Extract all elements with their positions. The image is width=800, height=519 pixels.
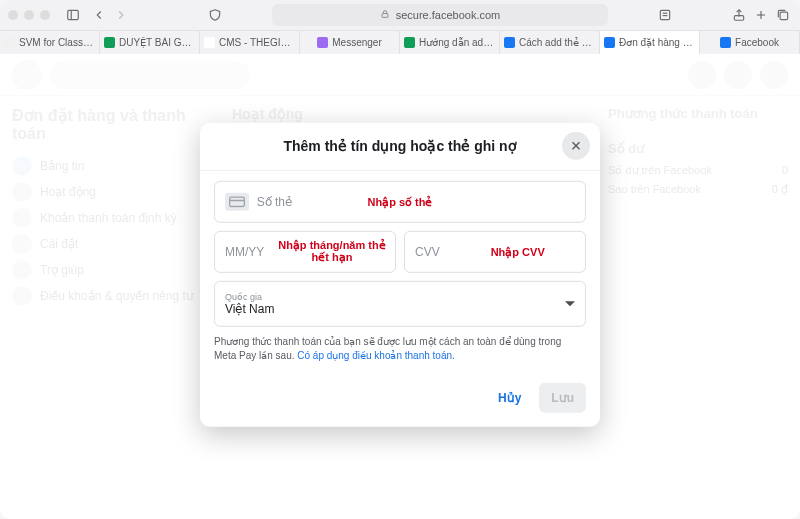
forward-icon[interactable] bbox=[112, 6, 130, 24]
browser-tab[interactable]: Hướng dẫn add thẻ vi… bbox=[400, 31, 500, 54]
tab-label: Messenger bbox=[332, 37, 381, 48]
lock-icon bbox=[380, 9, 390, 21]
country-select[interactable]: Quốc gia Việt Nam bbox=[214, 280, 586, 326]
favicon-icon bbox=[104, 37, 115, 48]
favicon-icon bbox=[604, 37, 615, 48]
favicon-icon bbox=[404, 37, 415, 48]
browser-tab[interactable]: Facebook bbox=[700, 31, 800, 54]
favicon-icon bbox=[204, 37, 215, 48]
card-number-input[interactable] bbox=[257, 194, 575, 208]
browser-tab[interactable]: Messenger bbox=[300, 31, 400, 54]
traffic-max[interactable] bbox=[40, 10, 50, 20]
legal-text: Phương thức thanh toán của bạn sẽ được l… bbox=[214, 334, 586, 362]
browser-tab[interactable]: CMS - THEGIOIDIDO… bbox=[200, 31, 300, 54]
browser-tab[interactable]: Cách add thẻ vào tài… bbox=[500, 31, 600, 54]
card-number-field[interactable]: Nhập số thẻ bbox=[214, 180, 586, 222]
tab-label: Cách add thẻ vào tài… bbox=[519, 37, 595, 48]
svg-rect-9 bbox=[780, 12, 788, 20]
share-icon[interactable] bbox=[730, 6, 748, 24]
favicon-icon bbox=[317, 37, 328, 48]
favicon-icon bbox=[720, 37, 731, 48]
browser-toolbar: secure.facebook.com bbox=[0, 0, 800, 30]
tab-label: Hướng dẫn add thẻ vi… bbox=[419, 37, 495, 48]
country-value: Việt Nam bbox=[225, 301, 575, 315]
save-button[interactable]: Lưu bbox=[539, 382, 586, 412]
legal-link[interactable]: Có áp dụng điều khoản thanh toán. bbox=[297, 349, 455, 360]
window-traffic-lights bbox=[8, 10, 50, 20]
svg-rect-2 bbox=[382, 14, 388, 18]
new-tab-icon[interactable] bbox=[752, 6, 770, 24]
traffic-min[interactable] bbox=[24, 10, 34, 20]
add-card-modal: Thêm thẻ tín dụng hoặc thẻ ghi nợ Nhập s… bbox=[200, 122, 600, 426]
traffic-close[interactable] bbox=[8, 10, 18, 20]
card-icon bbox=[225, 192, 249, 210]
tab-label: Facebook bbox=[735, 37, 779, 48]
tab-strip: SVM for ClassificationDUYỆT BÀI GAME/AP…… bbox=[0, 30, 800, 54]
tab-label: Đơn đặt hàng và than… bbox=[619, 37, 695, 48]
svg-rect-0 bbox=[68, 10, 79, 19]
reader-icon[interactable] bbox=[656, 6, 674, 24]
browser-tab[interactable]: SVM for Classification bbox=[0, 31, 100, 54]
expiry-field[interactable]: Nhập tháng/năm thẻ hết hạn bbox=[214, 230, 396, 272]
svg-rect-12 bbox=[229, 197, 244, 206]
browser-tab[interactable]: Đơn đặt hàng và than… bbox=[600, 31, 700, 54]
shield-icon[interactable] bbox=[206, 6, 224, 24]
back-icon[interactable] bbox=[90, 6, 108, 24]
address-bar[interactable]: secure.facebook.com bbox=[272, 4, 608, 26]
url-text: secure.facebook.com bbox=[396, 9, 501, 21]
browser-tab[interactable]: DUYỆT BÀI GAME/AP… bbox=[100, 31, 200, 54]
tab-label: DUYỆT BÀI GAME/AP… bbox=[119, 37, 195, 48]
tabs-overview-icon[interactable] bbox=[774, 6, 792, 24]
sidebar-toggle-icon[interactable] bbox=[64, 6, 82, 24]
favicon-icon bbox=[4, 37, 15, 48]
country-label: Quốc gia bbox=[225, 291, 575, 301]
expiry-input[interactable] bbox=[225, 244, 385, 258]
modal-title: Thêm thẻ tín dụng hoặc thẻ ghi nợ bbox=[283, 138, 516, 154]
chevron-down-icon bbox=[565, 301, 575, 306]
close-button[interactable] bbox=[562, 132, 590, 160]
cvv-field[interactable]: Nhập CVV bbox=[404, 230, 586, 272]
cancel-button[interactable]: Hủy bbox=[486, 382, 533, 412]
favicon-icon bbox=[504, 37, 515, 48]
tab-label: SVM for Classification bbox=[19, 37, 95, 48]
cvv-input[interactable] bbox=[415, 244, 575, 258]
tab-label: CMS - THEGIOIDIDO… bbox=[219, 37, 295, 48]
page-viewport: Đơn đặt hàng và thanh toán Bảng tinHoạt … bbox=[0, 54, 800, 519]
